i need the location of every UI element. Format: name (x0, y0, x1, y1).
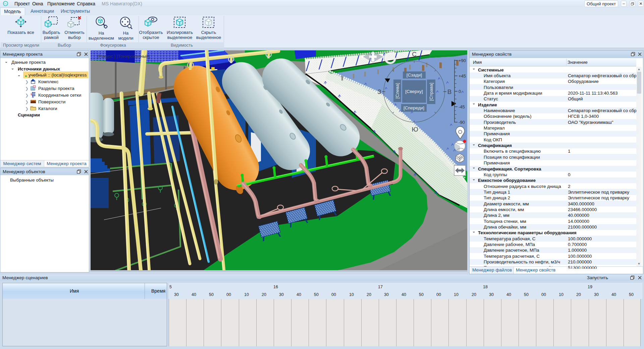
svg-text:+45: +45 (459, 73, 466, 79)
svg-text:[Сзади]: [Сзади] (407, 72, 422, 78)
svg-text:+90: +90 (459, 58, 466, 63)
svg-text:[Справа]: [Справа] (429, 83, 434, 101)
svg-text:З: З (377, 88, 381, 95)
svg-text:Ю: Ю (412, 126, 418, 133)
svg-text:С: С (412, 51, 417, 58)
svg-text:[Ракурс ] [Тонированный]: [Ракурс ] [Тонированный] (97, 54, 150, 59)
svg-text:А: А (32, 95, 34, 98)
svg-text:[Слева]: [Слева] (395, 83, 400, 99)
svg-text:В: В (447, 88, 452, 95)
svg-text:0: 0 (459, 89, 461, 94)
svg-text:[Сверху]: [Сверху] (405, 89, 423, 94)
svg-text:-90: -90 (459, 120, 465, 125)
svg-text:CL: CL (4, 3, 7, 5)
svg-text:-45: -45 (459, 104, 465, 109)
svg-text:[Спереди]: [Спереди] (404, 105, 424, 110)
